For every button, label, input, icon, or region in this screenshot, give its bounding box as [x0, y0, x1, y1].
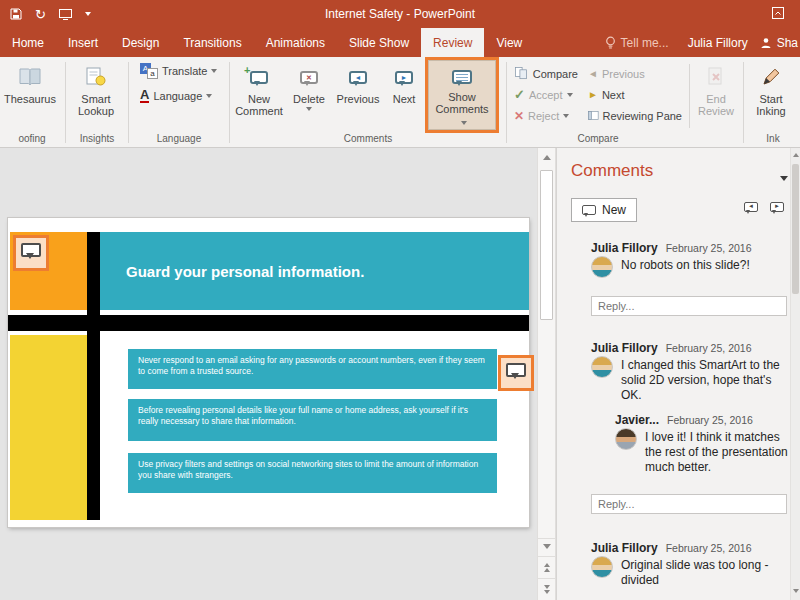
slide-title[interactable]: Guard your personal information. — [100, 232, 529, 310]
tab-home[interactable]: Home — [0, 28, 56, 57]
redo-button[interactable]: ↻ — [35, 8, 46, 21]
scroll-down-button[interactable] — [538, 538, 555, 554]
previous-comment-button[interactable]: ◄ Previous — [332, 60, 384, 130]
tab-insert[interactable]: Insert — [56, 28, 110, 57]
slide-text-box-2[interactable]: Before revealing personal details like y… — [128, 399, 497, 441]
tell-me-box[interactable]: Tell me... — [596, 36, 678, 50]
tab-review[interactable]: Review — [421, 28, 484, 57]
comment-author: Julia Fillory — [591, 241, 658, 255]
slideshow-icon — [59, 9, 72, 20]
comment-header: Julia FilloryFebruary 25, 2016 — [591, 538, 752, 556]
group-label-compare: Compare — [509, 132, 741, 147]
tab-view[interactable]: View — [484, 28, 534, 57]
black-horizontal-bar-shape[interactable] — [8, 315, 529, 331]
comments-pane-title: Comments — [571, 161, 653, 181]
share-button[interactable]: Sha — [758, 36, 800, 50]
start-slideshow-button[interactable] — [59, 9, 72, 20]
reply-input[interactable] — [591, 494, 787, 514]
group-label-comments: Comments — [232, 132, 504, 147]
slide-canvas: Guard your personal information. Never r… — [0, 148, 537, 600]
previous-arrow-icon: ◄ — [588, 68, 598, 79]
scrollbar-thumb[interactable] — [540, 170, 553, 320]
language-button[interactable]: A Language — [135, 85, 217, 106]
slide-text-box-3[interactable]: Use privacy filters and settings on soci… — [128, 453, 497, 493]
reject-button[interactable]: ✕ Reject — [509, 105, 583, 126]
compare-button[interactable]: Compare — [509, 63, 583, 84]
comments-pane: Comments New ◄ ► Julia FilloryFebruary 2… — [556, 148, 800, 600]
scroll-up-button[interactable] — [538, 150, 555, 164]
ribbon-display-options-button[interactable] — [772, 5, 784, 23]
yellow-shape[interactable] — [10, 335, 87, 520]
previous-comment-nav-icon[interactable]: ◄ — [744, 202, 758, 212]
language-label: Language — [153, 90, 202, 102]
avatar — [591, 256, 613, 278]
arrow-up-icon — [793, 153, 799, 157]
scroll-up-button[interactable] — [791, 150, 800, 160]
ribbon-group-compare: Compare ✓ Accept ✕ Reject ◄ — [509, 58, 741, 147]
group-label-insights: Insights — [68, 132, 126, 147]
slide-text-box-1[interactable]: Never respond to an email asking for any… — [128, 349, 497, 389]
previous-slide-button[interactable] — [538, 556, 555, 577]
save-button[interactable] — [10, 8, 22, 20]
reviewing-pane-button[interactable]: Reviewing Pane — [583, 105, 687, 126]
group-label-ink: Ink — [746, 132, 800, 147]
dropdown-caret-icon — [211, 69, 217, 73]
new-comment-button[interactable]: + New Comment — [232, 60, 286, 130]
ribbon: Thesaurus oofing Smart Lookup Insights — [0, 57, 800, 148]
tab-design[interactable]: Design — [110, 28, 171, 57]
delete-comment-icon: ✕ — [300, 64, 318, 90]
delete-comment-button[interactable]: ✕ Delete — [286, 60, 332, 130]
tab-slide-show[interactable]: Slide Show — [337, 28, 421, 57]
double-arrow-up-icon — [544, 563, 550, 572]
dropdown-caret-icon — [563, 114, 569, 118]
ribbon-group-insights: Smart Lookup Insights — [68, 58, 126, 147]
thesaurus-button[interactable]: Thesaurus — [1, 60, 59, 130]
chevron-down-icon — [780, 176, 788, 181]
double-arrow-down-icon — [544, 585, 550, 594]
comment-text: No robots on this slide?! — [621, 258, 784, 273]
accept-button[interactable]: ✓ Accept — [509, 84, 583, 105]
group-separator — [65, 62, 66, 143]
collapse-pane-button[interactable] — [780, 167, 788, 185]
comment-author: Julia Fillory — [591, 341, 658, 355]
tab-animations[interactable]: Animations — [254, 28, 337, 57]
black-vertical-bar-shape[interactable] — [87, 232, 100, 520]
compare-label: Compare — [533, 68, 578, 80]
translate-button[interactable]: Aa Translate — [135, 60, 222, 81]
tab-transitions[interactable]: Transitions — [171, 28, 253, 57]
account-name[interactable]: Julia Fillory — [678, 36, 758, 50]
group-separator — [229, 62, 230, 143]
reject-label: Reject — [528, 110, 559, 122]
reply-input[interactable] — [591, 296, 787, 316]
comment-balloon-icon[interactable] — [21, 243, 41, 257]
scroll-down-button[interactable] — [791, 586, 800, 596]
comment-author: Julia Fillory — [591, 541, 658, 555]
compare-previous-label: Previous — [602, 68, 645, 80]
comment-author: Javier... — [615, 413, 659, 427]
comment-reply-header: Javier...February 25, 2016 — [615, 410, 753, 428]
smart-lookup-button[interactable]: Smart Lookup — [68, 60, 124, 130]
end-review-button[interactable]: End Review — [692, 60, 740, 130]
show-comments-button[interactable]: Show Comments — [428, 60, 496, 130]
start-inking-button[interactable]: Start Inking — [746, 60, 796, 130]
next-slide-button[interactable] — [538, 578, 555, 599]
new-comment-pane-button[interactable]: New — [571, 198, 637, 222]
dropdown-caret-icon — [85, 12, 91, 16]
ribbon-group-proofing: Thesaurus oofing — [1, 58, 63, 147]
comment-balloon-icon[interactable] — [506, 363, 526, 377]
qat-customize-button[interactable] — [85, 12, 91, 16]
comment-date: February 25, 2016 — [666, 542, 752, 554]
scrollbar-thumb[interactable] — [792, 164, 799, 294]
thesaurus-label: Thesaurus — [4, 93, 56, 105]
next-arrow-icon: ► — [588, 89, 598, 100]
title-bar: ↻ Internet Safety - PowerPoint — [0, 0, 800, 28]
arrow-down-icon — [793, 589, 799, 593]
compare-previous-button[interactable]: ◄ Previous — [583, 63, 687, 84]
next-comment-button[interactable]: ► Next — [384, 60, 424, 130]
next-comment-nav-icon[interactable]: ► — [770, 202, 784, 212]
ribbon-group-ink: Start Inking Ink — [746, 58, 800, 147]
accept-label: Accept — [529, 89, 563, 101]
compare-next-button[interactable]: ► Next — [583, 84, 687, 105]
share-label: Sha — [777, 36, 798, 50]
arrow-down-icon — [543, 544, 551, 549]
